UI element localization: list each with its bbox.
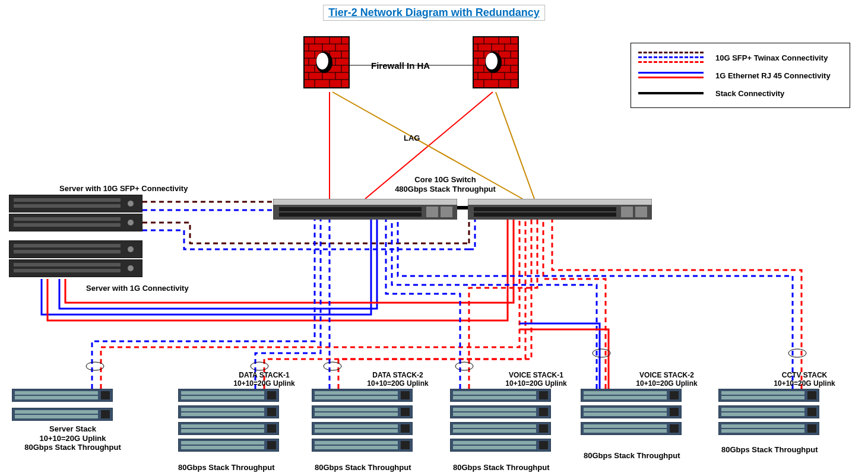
svg-point-8 xyxy=(324,362,341,370)
voice2-name: VOICE STACK-2 xyxy=(628,371,705,379)
svg-rect-152 xyxy=(581,389,682,402)
svg-rect-138 xyxy=(453,396,536,399)
svg-rect-89 xyxy=(14,244,121,247)
firewall-right-icon xyxy=(472,36,519,89)
data-stack-1-icon xyxy=(178,389,291,455)
svg-rect-145 xyxy=(453,424,536,428)
svg-rect-78 xyxy=(621,207,633,217)
voice2-uplink: 10+10=20G Uplink xyxy=(628,379,705,388)
svg-rect-132 xyxy=(312,439,413,452)
server-sfp-label: Server with 10G SFP+ Connectivity xyxy=(59,184,188,193)
svg-rect-120 xyxy=(312,389,413,402)
svg-rect-141 xyxy=(453,408,536,411)
legend-twinax-swatch xyxy=(638,52,704,64)
voice1-throughput: 80Gbps Stack Throughput xyxy=(453,463,550,472)
svg-rect-76 xyxy=(474,207,616,211)
svg-rect-85 xyxy=(14,217,121,221)
legend-ethernet-swatch xyxy=(638,69,704,81)
server-stack-uplink: 10+10=20G Uplink xyxy=(24,434,122,443)
svg-rect-146 xyxy=(453,429,536,433)
data2-top-label: DATA STACK-2 10+10=20G Uplink xyxy=(359,371,436,388)
svg-rect-108 xyxy=(178,405,279,418)
svg-rect-104 xyxy=(178,389,279,402)
legend-twinax: 10G SFP+ Twinax Connectivity xyxy=(638,52,842,64)
svg-rect-136 xyxy=(450,389,551,402)
diagram-title: Tier-2 Network Diagram with Redundancy xyxy=(323,5,545,21)
legend-stack-swatch xyxy=(638,87,704,99)
svg-rect-115 xyxy=(267,424,276,433)
svg-rect-160 xyxy=(581,422,682,435)
legend-twinax-label: 10G SFP+ Twinax Connectivity xyxy=(715,53,828,62)
svg-rect-93 xyxy=(14,263,121,266)
cctv-throughput: 80Gbps Stack Throughput xyxy=(721,445,818,454)
server-stack-icon xyxy=(12,389,125,427)
svg-rect-82 xyxy=(14,204,121,208)
svg-rect-96 xyxy=(12,389,113,402)
svg-rect-71 xyxy=(279,212,422,217)
svg-rect-103 xyxy=(101,410,110,418)
svg-rect-94 xyxy=(14,269,121,272)
server-sfp-1-icon xyxy=(9,195,142,212)
svg-rect-140 xyxy=(450,405,551,418)
svg-point-87 xyxy=(128,220,134,226)
svg-rect-173 xyxy=(721,424,804,428)
svg-rect-151 xyxy=(539,441,548,449)
firewall-left-icon xyxy=(303,36,350,89)
svg-rect-155 xyxy=(670,391,679,399)
core-switch-right-icon xyxy=(468,199,652,220)
svg-rect-165 xyxy=(721,391,804,395)
svg-rect-159 xyxy=(670,408,679,416)
svg-rect-148 xyxy=(450,439,551,452)
core-switch-label-line2: 480Gbps Stack Throughput xyxy=(380,185,511,194)
svg-rect-121 xyxy=(315,391,398,395)
svg-rect-163 xyxy=(670,424,679,433)
svg-rect-106 xyxy=(181,396,264,399)
svg-rect-154 xyxy=(584,396,667,399)
svg-point-67 xyxy=(486,53,498,69)
svg-rect-101 xyxy=(15,410,98,414)
svg-rect-79 xyxy=(635,207,647,217)
svg-rect-147 xyxy=(539,424,548,433)
svg-rect-166 xyxy=(721,396,804,399)
svg-point-39 xyxy=(316,53,328,69)
lag-label: LAG xyxy=(404,134,420,142)
svg-point-6 xyxy=(86,362,104,370)
legend: 10G SFP+ Twinax Connectivity 1G Ethernet… xyxy=(631,43,850,108)
server-1g-2-icon xyxy=(9,259,142,277)
cctv-name: CCTV STACK xyxy=(766,371,843,379)
data-stack-2-icon xyxy=(312,389,425,455)
svg-rect-118 xyxy=(181,446,264,449)
svg-rect-164 xyxy=(718,389,819,402)
svg-rect-126 xyxy=(315,412,398,416)
svg-rect-139 xyxy=(539,391,548,399)
core-switch-label-line1: Core 10G Switch xyxy=(380,175,511,185)
server-stack-name: Server Stack xyxy=(24,424,122,434)
svg-rect-99 xyxy=(101,391,110,399)
svg-rect-124 xyxy=(312,405,413,418)
svg-rect-98 xyxy=(15,396,98,399)
server-sfp-2-icon xyxy=(9,214,142,231)
svg-rect-167 xyxy=(807,391,816,399)
svg-rect-100 xyxy=(12,408,113,421)
svg-rect-149 xyxy=(453,441,536,445)
svg-rect-117 xyxy=(181,441,264,445)
server-stack-label: Server Stack 10+10=20G Uplink 80Gbps Sta… xyxy=(24,424,122,452)
svg-rect-122 xyxy=(315,396,398,399)
legend-stack: Stack Connectivity xyxy=(638,87,842,99)
svg-rect-81 xyxy=(14,198,121,202)
voice2-throughput: 80Gbps Stack Throughput xyxy=(584,451,680,460)
svg-point-10 xyxy=(593,349,610,357)
svg-rect-112 xyxy=(178,422,279,435)
voice-stack-1-icon xyxy=(450,389,563,455)
svg-point-91 xyxy=(128,246,134,252)
svg-rect-84 xyxy=(9,214,142,231)
svg-rect-111 xyxy=(267,408,276,416)
data2-name: DATA STACK-2 xyxy=(359,371,436,379)
core-switch-left-icon xyxy=(273,199,457,220)
cctv-uplink: 10+10=20G Uplink xyxy=(766,379,843,388)
svg-rect-131 xyxy=(401,424,410,433)
svg-rect-72 xyxy=(426,207,438,217)
svg-rect-107 xyxy=(267,391,276,399)
svg-rect-109 xyxy=(181,408,264,411)
svg-rect-105 xyxy=(181,391,264,395)
